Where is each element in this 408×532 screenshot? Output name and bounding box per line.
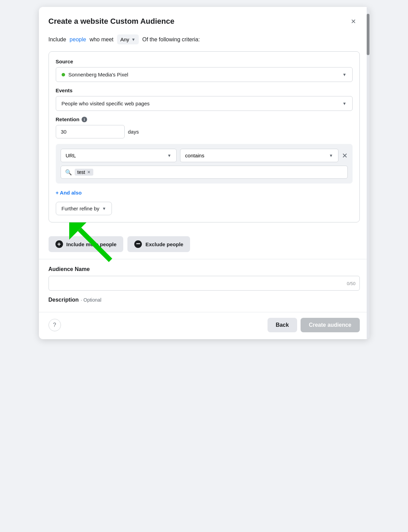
exclude-label: Exclude people bbox=[145, 241, 183, 247]
audience-name-input[interactable] bbox=[49, 276, 360, 291]
who-meet-text: who meet bbox=[90, 36, 113, 43]
include-prefix: Include bbox=[49, 36, 66, 43]
audience-name-label: Audience Name bbox=[49, 266, 360, 272]
criteria-suffix: Of the following criteria: bbox=[142, 36, 200, 43]
close-button[interactable]: × bbox=[347, 15, 360, 28]
include-more-people-button[interactable]: + Include more people bbox=[49, 236, 124, 252]
filter-remove-button[interactable]: ✕ bbox=[342, 152, 348, 160]
retention-row: days bbox=[56, 125, 353, 138]
criteria-box: Source Sonnenberg Media's Pixel ▼ Events… bbox=[49, 51, 360, 222]
back-button[interactable]: Back bbox=[268, 318, 297, 332]
any-dropdown[interactable]: Any ▼ bbox=[117, 34, 139, 44]
retention-input[interactable] bbox=[56, 125, 125, 138]
filter-row: URL ▼ contains ▼ ✕ bbox=[61, 149, 348, 162]
plus-circle-icon: + bbox=[55, 240, 63, 248]
source-dot bbox=[62, 73, 65, 76]
filter-box: URL ▼ contains ▼ ✕ 🔍 test ✕ bbox=[56, 144, 353, 184]
events-value: People who visited specific web pages bbox=[62, 101, 150, 106]
url-dropdown[interactable]: URL ▼ bbox=[61, 149, 177, 162]
modal-footer: ? Back Create audience bbox=[49, 312, 360, 339]
help-button[interactable]: ? bbox=[49, 319, 61, 331]
chevron-down-icon: ▼ bbox=[329, 153, 333, 158]
chevron-down-icon: ▼ bbox=[343, 101, 347, 106]
and-also-button[interactable]: + And also bbox=[56, 188, 82, 197]
chevron-down-icon: ▼ bbox=[167, 153, 171, 158]
chevron-down-icon: ▼ bbox=[343, 72, 347, 77]
search-tag-value: test bbox=[77, 169, 85, 175]
description-label: Description · Optional bbox=[49, 297, 360, 303]
modal-header: Create a website Custom Audience × bbox=[49, 15, 360, 28]
contains-label: contains bbox=[185, 153, 205, 158]
character-counter: 0/50 bbox=[347, 281, 355, 286]
source-value: Sonnenberg Media's Pixel bbox=[69, 72, 128, 77]
source-label: Source bbox=[56, 59, 353, 64]
url-label: URL bbox=[66, 153, 76, 158]
minus-circle-icon: − bbox=[134, 240, 142, 248]
further-refine-label: Further refine by bbox=[62, 206, 100, 211]
people-link[interactable]: people bbox=[70, 36, 86, 43]
footer-right: Back Create audience bbox=[268, 318, 360, 332]
search-icon: 🔍 bbox=[65, 169, 72, 176]
search-input-row[interactable]: 🔍 test ✕ bbox=[61, 166, 348, 179]
help-icon: ? bbox=[53, 322, 56, 328]
exclude-people-button[interactable]: − Exclude people bbox=[127, 236, 190, 252]
optional-text: · Optional bbox=[81, 297, 102, 303]
retention-unit: days bbox=[128, 129, 139, 135]
audience-section: Audience Name 0/50 Description · Optiona… bbox=[49, 259, 360, 312]
retention-label: Retention i bbox=[56, 116, 353, 122]
info-icon: i bbox=[82, 117, 87, 122]
action-buttons-row: + Include more people − Exclude people bbox=[49, 229, 360, 259]
events-dropdown[interactable]: People who visited specific web pages ▼ bbox=[56, 96, 353, 111]
criteria-row: Include people who meet Any ▼ Of the fol… bbox=[49, 34, 360, 44]
search-tag: test ✕ bbox=[75, 169, 94, 176]
create-audience-button[interactable]: Create audience bbox=[301, 318, 360, 332]
chevron-down-icon: ▼ bbox=[131, 37, 135, 42]
events-label: Events bbox=[56, 87, 353, 93]
further-refine-button[interactable]: Further refine by ▼ bbox=[56, 202, 112, 215]
contains-dropdown[interactable]: contains ▼ bbox=[180, 149, 338, 162]
chevron-down-icon: ▼ bbox=[102, 206, 106, 211]
source-dropdown[interactable]: Sonnenberg Media's Pixel ▼ bbox=[56, 67, 353, 82]
include-label: Include more people bbox=[66, 241, 117, 247]
modal-title: Create a website Custom Audience bbox=[49, 17, 175, 26]
search-tag-close-button[interactable]: ✕ bbox=[87, 170, 91, 175]
